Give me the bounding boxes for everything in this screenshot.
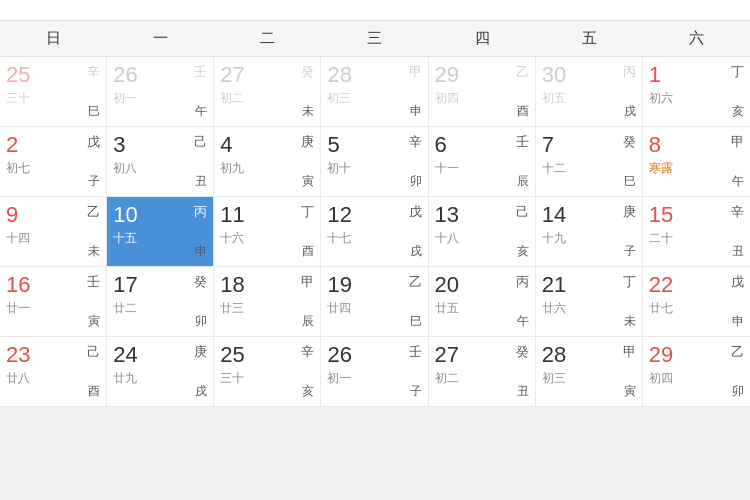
day-number: 26 xyxy=(327,342,421,368)
heavenly-stem: 甲 xyxy=(409,63,422,81)
day-number: 25 xyxy=(6,62,100,88)
lunar-date: 廿四 xyxy=(327,300,421,317)
earthly-branch: 卯 xyxy=(410,173,422,190)
lunar-date: 初十 xyxy=(327,160,421,177)
calendar-day[interactable]: 30丙初五戌 xyxy=(536,57,643,127)
calendar-day[interactable]: 12戊十七戌 xyxy=(321,197,428,267)
earthly-branch: 未 xyxy=(302,103,314,120)
heavenly-stem: 癸 xyxy=(516,343,529,361)
lunar-date: 初六 xyxy=(649,90,744,107)
lunar-date: 初三 xyxy=(542,370,636,387)
heavenly-stem: 庚 xyxy=(301,133,314,151)
calendar-day[interactable]: 25辛三十巳 xyxy=(0,57,107,127)
earthly-branch: 午 xyxy=(195,103,207,120)
calendar-day[interactable]: 6壬十一辰 xyxy=(429,127,536,197)
earthly-branch: 午 xyxy=(517,313,529,330)
calendar-day[interactable]: 27癸初二未 xyxy=(214,57,321,127)
heavenly-stem: 壬 xyxy=(87,273,100,291)
day-number: 15 xyxy=(649,202,744,228)
heavenly-stem: 己 xyxy=(87,343,100,361)
heavenly-stem: 乙 xyxy=(409,273,422,291)
day-number: 12 xyxy=(327,202,421,228)
earthly-branch: 卯 xyxy=(195,313,207,330)
heavenly-stem: 丁 xyxy=(623,273,636,291)
calendar-day[interactable]: 10丙十五申 xyxy=(107,197,214,267)
lunar-date: 寒露 xyxy=(649,160,744,177)
calendar-day[interactable]: 29乙初四卯 xyxy=(643,337,750,407)
lunar-date: 十四 xyxy=(6,230,100,247)
day-number: 26 xyxy=(113,62,207,88)
calendar-day[interactable]: 26壬初一子 xyxy=(321,337,428,407)
calendar-day[interactable]: 1丁初六亥 xyxy=(643,57,750,127)
lunar-date: 十九 xyxy=(542,230,636,247)
lunar-date: 三十 xyxy=(6,90,100,107)
earthly-branch: 午 xyxy=(732,173,744,190)
calendar-day[interactable]: 15辛二十丑 xyxy=(643,197,750,267)
weekday-label: 一 xyxy=(107,21,214,56)
calendar-day[interactable]: 19乙廿四巳 xyxy=(321,267,428,337)
day-number: 17 xyxy=(113,272,207,298)
lunar-date: 初三 xyxy=(327,90,421,107)
earthly-branch: 酉 xyxy=(302,243,314,260)
lunar-date: 十六 xyxy=(220,230,314,247)
day-number: 22 xyxy=(649,272,744,298)
heavenly-stem: 己 xyxy=(516,203,529,221)
earthly-branch: 子 xyxy=(410,383,422,400)
heavenly-stem: 丙 xyxy=(194,203,207,221)
calendar-day[interactable]: 18甲廿三辰 xyxy=(214,267,321,337)
heavenly-stem: 辛 xyxy=(409,133,422,151)
calendar-day[interactable]: 13己十八亥 xyxy=(429,197,536,267)
heavenly-stem: 甲 xyxy=(623,343,636,361)
earthly-branch: 申 xyxy=(732,313,744,330)
calendar-day[interactable]: 21丁廿六未 xyxy=(536,267,643,337)
calendar-day[interactable]: 28甲初三申 xyxy=(321,57,428,127)
heavenly-stem: 戊 xyxy=(87,133,100,151)
lunar-date: 三十 xyxy=(220,370,314,387)
day-number: 20 xyxy=(435,272,529,298)
calendar-day[interactable]: 9乙十四未 xyxy=(0,197,107,267)
calendar-day[interactable]: 20丙廿五午 xyxy=(429,267,536,337)
earthly-branch: 巳 xyxy=(410,313,422,330)
lunar-date: 廿二 xyxy=(113,300,207,317)
lunar-date: 廿七 xyxy=(649,300,744,317)
earthly-branch: 丑 xyxy=(195,173,207,190)
calendar-day[interactable]: 11丁十六酉 xyxy=(214,197,321,267)
day-number: 6 xyxy=(435,132,529,158)
calendar-day[interactable]: 27癸初二丑 xyxy=(429,337,536,407)
day-number: 9 xyxy=(6,202,100,228)
day-number: 11 xyxy=(220,202,314,228)
calendar-day[interactable]: 14庚十九子 xyxy=(536,197,643,267)
day-number: 27 xyxy=(435,342,529,368)
calendar-day[interactable]: 4庚初九寅 xyxy=(214,127,321,197)
day-number: 8 xyxy=(649,132,744,158)
heavenly-stem: 己 xyxy=(194,133,207,151)
calendar-day[interactable]: 26壬初一午 xyxy=(107,57,214,127)
earthly-branch: 酉 xyxy=(517,103,529,120)
earthly-branch: 戌 xyxy=(624,103,636,120)
calendar-day[interactable]: 22戊廿七申 xyxy=(643,267,750,337)
earthly-branch: 丑 xyxy=(517,383,529,400)
heavenly-stem: 甲 xyxy=(731,133,744,151)
day-number: 13 xyxy=(435,202,529,228)
day-number: 5 xyxy=(327,132,421,158)
calendar-day[interactable]: 5辛初十卯 xyxy=(321,127,428,197)
weekday-label: 四 xyxy=(429,21,536,56)
calendar-day[interactable]: 29乙初四酉 xyxy=(429,57,536,127)
calendar-day[interactable]: 28甲初三寅 xyxy=(536,337,643,407)
day-number: 3 xyxy=(113,132,207,158)
weekday-label: 六 xyxy=(643,21,750,56)
calendar-day[interactable]: 23己廿八酉 xyxy=(0,337,107,407)
calendar-day[interactable]: 7癸十二巳 xyxy=(536,127,643,197)
calendar-header xyxy=(0,0,750,20)
calendar-grid: 25辛三十巳26壬初一午27癸初二未28甲初三申29乙初四酉30丙初五戌1丁初六… xyxy=(0,57,750,407)
calendar-day[interactable]: 24庚廿九戌 xyxy=(107,337,214,407)
lunar-date: 初七 xyxy=(6,160,100,177)
calendar-day[interactable]: 25辛三十亥 xyxy=(214,337,321,407)
calendar-day[interactable]: 2戊初七子 xyxy=(0,127,107,197)
calendar-day[interactable]: 3己初八丑 xyxy=(107,127,214,197)
calendar-day[interactable]: 8甲寒露午 xyxy=(643,127,750,197)
calendar-day[interactable]: 17癸廿二卯 xyxy=(107,267,214,337)
weekday-label: 二 xyxy=(214,21,321,56)
earthly-branch: 未 xyxy=(88,243,100,260)
calendar-day[interactable]: 16壬廿一寅 xyxy=(0,267,107,337)
